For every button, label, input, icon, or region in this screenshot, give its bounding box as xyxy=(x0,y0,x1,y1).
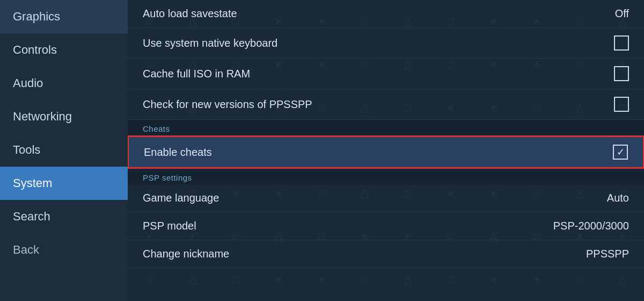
section-header-psp-settings-section: PSP settings xyxy=(128,169,644,184)
setting-row-check-new-versions[interactable]: Check for new versions of PPSSPP xyxy=(128,89,644,120)
checkbox-use-system-native-keyboard[interactable] xyxy=(614,35,629,51)
setting-label-change-nickname: Change nickname xyxy=(143,248,229,260)
sidebar: GraphicsControlsAudioNetworkingToolsSyst… xyxy=(0,0,128,301)
setting-label-check-new-versions: Check for new versions of PPSSPP xyxy=(143,98,312,111)
setting-value-psp-model: PSP-2000/3000 xyxy=(553,220,629,232)
sidebar-item-networking[interactable]: Networking xyxy=(0,100,128,133)
setting-value-game-language: Auto xyxy=(607,192,629,204)
setting-label-auto-load-savestate: Auto load savestate xyxy=(143,8,237,20)
setting-value-change-nickname: PPSSPP xyxy=(586,248,629,260)
setting-value-auto-load-savestate: Off xyxy=(615,8,629,20)
checkbox-check-new-versions[interactable] xyxy=(614,97,629,112)
section-header-cheats-section: Cheats xyxy=(128,120,644,135)
setting-row-enable-cheats[interactable]: Enable cheats✓ xyxy=(128,135,644,169)
setting-row-game-language[interactable]: Game languageAuto xyxy=(128,184,644,212)
settings-panel: Auto load savestateOffUse system native … xyxy=(128,0,644,301)
setting-row-cache-full-iso[interactable]: Cache full ISO in RAM xyxy=(128,59,644,89)
setting-row-use-system-native-keyboard[interactable]: Use system native keyboard xyxy=(128,28,644,59)
setting-row-change-nickname[interactable]: Change nicknamePPSSPP xyxy=(128,240,644,268)
setting-row-psp-model[interactable]: PSP modelPSP-2000/3000 xyxy=(128,212,644,240)
setting-label-cache-full-iso: Cache full ISO in RAM xyxy=(143,68,250,80)
sidebar-item-back[interactable]: Back xyxy=(0,233,128,267)
setting-label-game-language: Game language xyxy=(143,192,219,204)
setting-label-use-system-native-keyboard: Use system native keyboard xyxy=(143,37,277,49)
sidebar-item-search[interactable]: Search xyxy=(0,200,128,233)
main-content-area: ○△□×+○△□×+○△○△□×+○△□×+○△○△□×○△□×+○△□×+○△… xyxy=(128,0,644,301)
sidebar-item-graphics[interactable]: Graphics xyxy=(0,0,128,33)
settings-list: Auto load savestateOffUse system native … xyxy=(128,0,644,301)
sidebar-item-audio[interactable]: Audio xyxy=(0,67,128,100)
checkbox-cache-full-iso[interactable] xyxy=(614,66,629,81)
setting-row-auto-load-savestate[interactable]: Auto load savestateOff xyxy=(128,0,644,28)
sidebar-item-controls[interactable]: Controls xyxy=(0,33,128,67)
checkbox-enable-cheats[interactable]: ✓ xyxy=(613,145,628,160)
setting-label-psp-model: PSP model xyxy=(143,220,196,232)
setting-label-enable-cheats: Enable cheats xyxy=(144,146,212,159)
sidebar-item-system[interactable]: System xyxy=(0,167,128,200)
sidebar-item-tools[interactable]: Tools xyxy=(0,133,128,167)
